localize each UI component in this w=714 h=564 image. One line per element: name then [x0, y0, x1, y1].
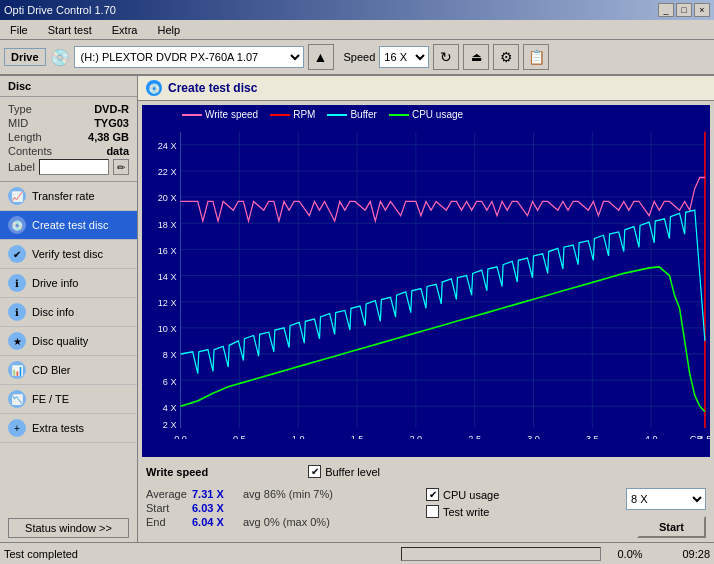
minimize-button[interactable]: _ — [658, 3, 674, 17]
sidebar-item-create-test-disc[interactable]: 💿 Create test disc — [0, 211, 137, 240]
disc-contents-label: Contents — [8, 145, 52, 157]
sidebar-item-label: Disc quality — [32, 335, 88, 347]
end-value: 6.04 X — [192, 516, 237, 528]
eject-button[interactable]: ⏏ — [463, 44, 489, 70]
menubar: File Start test Extra Help — [0, 20, 714, 40]
avg-cpu-label: avg 0% (max 0%) — [243, 516, 330, 528]
write-speed-label: Write speed — [146, 466, 208, 478]
svg-text:24 X: 24 X — [158, 140, 177, 151]
sidebar-item-label: Create test disc — [32, 219, 108, 231]
svg-text:0.0: 0.0 — [174, 433, 187, 439]
content-header-icon: 💿 — [146, 80, 162, 96]
stats-left-panel: Average 7.31 X avg 86% (min 7%) Start 6.… — [146, 488, 426, 528]
legend-cpu-label: CPU usage — [412, 109, 463, 120]
drive-refresh-button[interactable]: ▲ — [308, 44, 334, 70]
svg-text:8 X: 8 X — [163, 349, 177, 360]
stats-middle-panel: ✔ CPU usage Test write — [426, 488, 626, 518]
label-icon-button[interactable]: ✏ — [113, 159, 129, 175]
legend-rpm-label: RPM — [293, 109, 315, 120]
average-value: 7.31 X — [192, 488, 237, 500]
transfer-rate-icon: 📈 — [8, 187, 26, 205]
legend-rpm: RPM — [270, 109, 315, 120]
test-write-checkbox[interactable] — [426, 505, 439, 518]
stats-right-panel: 8 X Start — [626, 488, 706, 538]
svg-text:3.5: 3.5 — [586, 433, 599, 439]
titlebar: Opti Drive Control 1.70 _ □ × — [0, 0, 714, 20]
titlebar-buttons: _ □ × — [658, 3, 710, 17]
disc-label-input[interactable] — [39, 159, 109, 175]
settings-button[interactable]: ⚙ — [493, 44, 519, 70]
sidebar-item-fe-te[interactable]: 📉 FE / TE — [0, 385, 137, 414]
buffer-level-checkbox[interactable]: ✔ — [308, 465, 321, 478]
cpu-legend-color — [389, 114, 409, 116]
menu-extra[interactable]: Extra — [106, 22, 144, 38]
cd-bler-icon: 📊 — [8, 361, 26, 379]
test-write-label: Test write — [443, 506, 489, 518]
main-layout: Disc Type DVD-R MID TYG03 Length 4,38 GB… — [0, 76, 714, 542]
close-button[interactable]: × — [694, 3, 710, 17]
refresh-button[interactable]: ↻ — [433, 44, 459, 70]
info-button[interactable]: 📋 — [523, 44, 549, 70]
bottom-panel: Write speed ✔ Buffer level Average 7.31 … — [138, 461, 714, 542]
chart-svg: 24 X 22 X 20 X 18 X 16 X 14 X 12 X 10 X … — [142, 123, 710, 439]
disc-length-label: Length — [8, 131, 42, 143]
start-row: Start 6.03 X — [146, 502, 426, 514]
sidebar-item-verify-test-disc[interactable]: ✔ Verify test disc — [0, 240, 137, 269]
sidebar-item-label: Drive info — [32, 277, 78, 289]
svg-text:10 X: 10 X — [158, 323, 177, 334]
disc-length-value: 4,38 GB — [88, 131, 129, 143]
svg-text:2.5: 2.5 — [468, 433, 481, 439]
sidebar-item-disc-info[interactable]: ℹ Disc info — [0, 298, 137, 327]
svg-text:GB: GB — [690, 433, 703, 439]
disc-quality-icon: ★ — [8, 332, 26, 350]
svg-text:20 X: 20 X — [158, 192, 177, 203]
svg-text:14 X: 14 X — [158, 271, 177, 282]
menu-help[interactable]: Help — [151, 22, 186, 38]
disc-mid-value: TYG03 — [94, 117, 129, 129]
menu-start-test[interactable]: Start test — [42, 22, 98, 38]
end-label: End — [146, 516, 186, 528]
svg-text:2.0: 2.0 — [410, 433, 423, 439]
start-button[interactable]: Start — [637, 516, 706, 538]
create-test-disc-icon: 💿 — [8, 216, 26, 234]
start-label: Start — [146, 502, 186, 514]
average-label: Average — [146, 488, 186, 500]
sidebar-item-extra-tests[interactable]: + Extra tests — [0, 414, 137, 443]
cpu-usage-checkbox[interactable]: ✔ — [426, 488, 439, 501]
write-speed-dropdown[interactable]: 8 X — [626, 488, 706, 510]
buffer-legend-color — [327, 114, 347, 116]
test-write-row: Test write — [426, 505, 626, 518]
svg-text:3.0: 3.0 — [527, 433, 540, 439]
svg-text:4 X: 4 X — [163, 401, 177, 412]
sidebar-item-transfer-rate[interactable]: 📈 Transfer rate — [0, 182, 137, 211]
maximize-button[interactable]: □ — [676, 3, 692, 17]
sidebar-item-cd-bler[interactable]: 📊 CD Bler — [0, 356, 137, 385]
svg-text:22 X: 22 X — [158, 166, 177, 177]
svg-text:16 X: 16 X — [158, 244, 177, 255]
drive-select[interactable]: (H:) PLEXTOR DVDR PX-760A 1.07 — [74, 46, 304, 68]
sidebar-item-label: CD Bler — [32, 364, 71, 376]
svg-text:2 X: 2 X — [163, 419, 177, 430]
cpu-usage-row: ✔ CPU usage — [426, 488, 626, 501]
status-window-button[interactable]: Status window >> — [8, 518, 129, 538]
sidebar-item-drive-info[interactable]: ℹ Drive info — [0, 269, 137, 298]
legend-cpu: CPU usage — [389, 109, 463, 120]
speed-select[interactable]: 16 X — [379, 46, 429, 68]
sidebar-item-disc-quality[interactable]: ★ Disc quality — [0, 327, 137, 356]
drive-label: Drive — [4, 48, 46, 66]
legend-write-speed: Write speed — [182, 109, 258, 120]
sidebar: Disc Type DVD-R MID TYG03 Length 4,38 GB… — [0, 76, 138, 542]
menu-file[interactable]: File — [4, 22, 34, 38]
end-row: End 6.04 X avg 0% (max 0%) — [146, 516, 426, 528]
disc-contents-value: data — [106, 145, 129, 157]
time-display: 09:28 — [655, 548, 710, 560]
statusbar: Test completed 0.0% 09:28 — [0, 542, 714, 564]
progress-bar-container — [401, 547, 601, 561]
titlebar-text: Opti Drive Control 1.70 — [4, 4, 116, 16]
progress-percent: 0.0% — [605, 548, 655, 560]
toolbar: Drive 💿 (H:) PLEXTOR DVDR PX-760A 1.07 ▲… — [0, 40, 714, 76]
svg-text:6 X: 6 X — [163, 375, 177, 386]
content-title: Create test disc — [168, 81, 257, 95]
content-area: 💿 Create test disc Write speed RPM Buffe… — [138, 76, 714, 542]
disc-label-label: Label — [8, 161, 35, 173]
